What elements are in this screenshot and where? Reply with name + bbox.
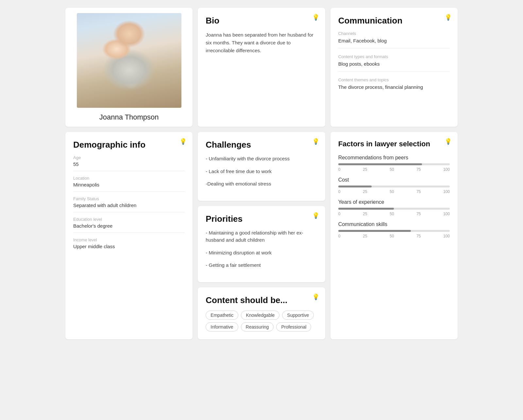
content-should-be-card: 💡 Content should be... EmpatheticKnowled… <box>198 287 325 339</box>
content-tag: Reassuring <box>241 322 274 331</box>
location-section: Location Minneapolis <box>73 176 185 192</box>
profile-card: Joanna Thompson <box>65 8 193 127</box>
scale-label: 0 <box>338 189 341 194</box>
content-types-label: Content types and formats <box>338 54 450 59</box>
content-tag: Informative <box>206 322 238 331</box>
demo-title: Demographic info <box>73 140 185 150</box>
lightbulb-icon-chall: 💡 <box>312 138 319 145</box>
scale-label: 0 <box>338 167 341 172</box>
scale-label: 100 <box>443 212 450 216</box>
content-tag: Empathetic <box>206 311 238 320</box>
age-label: Age <box>73 155 185 160</box>
bar-container <box>338 208 450 210</box>
education-value: Bachelor's degree <box>73 223 185 233</box>
scale-label: 50 <box>390 234 394 238</box>
age-section: Age 55 <box>73 155 185 171</box>
factor-label: Years of experience <box>338 199 450 205</box>
factors-card: 💡 Factors in lawyer selection Recommenda… <box>330 132 458 339</box>
education-section: Education level Bachelor's degree <box>73 217 185 233</box>
factors-title: Factors in lawyer selection <box>338 140 450 148</box>
family-status-value: Separated with adult children <box>73 202 185 212</box>
lightbulb-icon-factors: 💡 <box>445 138 452 145</box>
middle-column: 💡 Challenges - Unfamiliarity with the di… <box>198 132 325 339</box>
lightbulb-icon-comm: 💡 <box>445 14 452 21</box>
bar-scale: 0255075100 <box>338 234 450 238</box>
bar-scale: 0255075100 <box>338 189 450 194</box>
location-label: Location <box>73 176 185 181</box>
family-status-section: Family Status Separated with adult child… <box>73 196 185 212</box>
factors-container: Recommendations from peers0255075100Cost… <box>338 155 450 238</box>
content-types-section: Content types and formats Blog posts, eb… <box>338 54 450 72</box>
priorities-title: Priorities <box>206 214 317 224</box>
bio-card: 💡 Bio Joanna has been separated from her… <box>198 8 325 127</box>
scale-label: 100 <box>443 189 450 194</box>
lightbulb-icon-content: 💡 <box>312 293 319 300</box>
lightbulb-icon-prio: 💡 <box>312 212 319 219</box>
content-themes-value: The divorce process, financial planning <box>338 84 450 94</box>
education-label: Education level <box>73 217 185 222</box>
scale-label: 50 <box>390 189 394 194</box>
bar-fill <box>338 208 394 210</box>
content-types-value: Blog posts, ebooks <box>338 61 450 72</box>
lightbulb-icon-demo: 💡 <box>179 138 187 145</box>
channels-value: Email, Facebook, blog <box>338 38 450 48</box>
scale-label: 75 <box>416 234 421 238</box>
income-value: Upper middle class <box>73 244 185 253</box>
tags-container: EmpatheticKnowledgableSupportiveInformat… <box>206 311 317 331</box>
bar-container <box>338 230 450 232</box>
scale-label: 0 <box>338 212 341 216</box>
content-title: Content should be... <box>206 295 317 305</box>
channels-section: Channels Email, Facebook, blog <box>338 31 450 48</box>
challenges-card: 💡 Challenges - Unfamiliarity with the di… <box>198 132 325 201</box>
age-value: 55 <box>73 161 185 171</box>
bar-scale: 0255075100 <box>338 167 450 172</box>
bio-title: Bio <box>206 16 317 26</box>
bar-scale: 0255075100 <box>338 212 450 216</box>
factor-label: Communication skills <box>338 221 450 227</box>
channels-label: Channels <box>338 31 450 36</box>
main-grid: Joanna Thompson 💡 Bio Joanna has been se… <box>65 8 458 339</box>
scale-label: 50 <box>390 212 394 216</box>
communication-card: 💡 Communication Channels Email, Facebook… <box>330 8 458 127</box>
factor-section: Cost0255075100 <box>338 177 450 194</box>
scale-label: 75 <box>416 189 421 194</box>
bar-fill <box>338 163 422 165</box>
scale-label: 75 <box>416 167 421 172</box>
scale-label: 100 <box>443 167 450 172</box>
income-label: Income level <box>73 237 185 242</box>
factor-label: Recommendations from peers <box>338 155 450 161</box>
challenge-item-3: -Dealing with emotional stress <box>206 180 317 188</box>
demographic-card: 💡 Demographic info Age 55 Location Minne… <box>65 132 193 339</box>
challenge-item-2: - Lack of free time due to work <box>206 168 317 175</box>
priority-item-2: - Minimizing disruption at work <box>206 249 317 257</box>
photo-placeholder <box>77 13 181 108</box>
challenges-title: Challenges <box>206 140 317 150</box>
scale-label: 25 <box>363 212 367 216</box>
income-section: Income level Upper middle class <box>73 237 185 253</box>
scale-label: 75 <box>416 212 421 216</box>
factor-section: Recommendations from peers0255075100 <box>338 155 450 172</box>
family-status-label: Family Status <box>73 196 185 201</box>
content-tag: Supportive <box>282 311 314 320</box>
scale-label: 25 <box>363 189 367 194</box>
challenge-item-1: - Unfamiliarity with the divorce process <box>206 155 317 163</box>
scale-label: 50 <box>390 167 394 172</box>
scale-label: 25 <box>363 234 367 238</box>
content-themes-label: Content themes and topics <box>338 77 450 82</box>
priorities-card: 💡 Priorities - Maintaining a good relati… <box>198 206 325 282</box>
factor-label: Cost <box>338 177 450 183</box>
content-themes-section: Content themes and topics The divorce pr… <box>338 77 450 94</box>
bar-container <box>338 186 450 187</box>
content-tag: Knowledgable <box>241 311 279 320</box>
scale-label: 0 <box>338 234 341 238</box>
location-value: Minneapolis <box>73 182 185 192</box>
bar-container <box>338 163 450 165</box>
comm-title: Communication <box>338 16 450 26</box>
factor-section: Communication skills0255075100 <box>338 221 450 238</box>
scale-label: 100 <box>443 234 450 238</box>
priority-item-1: - Maintaining a good relationship with h… <box>206 229 317 244</box>
bar-fill <box>338 186 372 187</box>
profile-name: Joanna Thompson <box>99 113 159 121</box>
profile-photo <box>77 13 181 108</box>
priority-item-3: - Getting a fair settlement <box>206 262 317 269</box>
